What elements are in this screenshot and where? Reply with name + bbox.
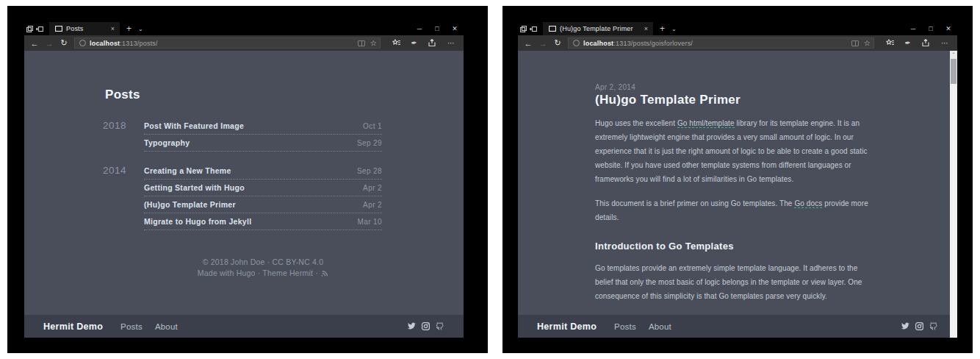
set-aside-tabs-icon[interactable] — [518, 26, 528, 32]
year-label: 2014 — [103, 163, 144, 230]
more-options-icon[interactable]: ⋯ — [941, 39, 948, 47]
page-favicon-icon — [549, 26, 556, 32]
site-brand[interactable]: Hermit Demo — [43, 321, 103, 332]
page-scrollbar[interactable]: ⌃ — [950, 51, 957, 338]
post-list-item[interactable]: TypographySep 29 — [144, 135, 382, 152]
github-icon[interactable] — [436, 322, 444, 330]
made-with-line: Made with Hugo · Theme Hermit · — [144, 268, 382, 280]
restore-tabs-icon[interactable] — [528, 26, 538, 32]
window-controls: ─ □ ✕ — [904, 25, 957, 32]
tab-preview-chevron-icon[interactable]: ⌄ — [138, 26, 143, 32]
tab-posts[interactable]: Posts × — [49, 22, 120, 35]
site-info-icon[interactable] — [573, 40, 580, 46]
close-button[interactable]: ✕ — [446, 25, 464, 32]
tab-bar: Posts × + ⌄ ─ □ ✕ — [24, 22, 464, 35]
post-list-item[interactable]: Post With Featured ImageOct 1 — [144, 118, 382, 135]
reading-view-icon[interactable] — [851, 40, 859, 46]
reading-view-icon[interactable] — [358, 40, 365, 46]
post-title: (Hu)go Template Primer — [144, 200, 236, 209]
url-path: :1313/posts/goisforlovers/ — [613, 40, 693, 47]
scrollbar-thumb[interactable] — [951, 59, 956, 84]
browser-window-posts: Posts × + ⌄ ─ □ ✕ ← → ↻ localhost :131 — [24, 22, 464, 338]
navbar-link-about[interactable]: About — [649, 322, 671, 331]
restore-tabs-icon[interactable] — [35, 26, 45, 32]
close-tab-icon[interactable]: × — [104, 25, 115, 32]
tab-bar: (Hu)go Template Primer × + ⌄ ─ □ ✕ — [518, 22, 957, 35]
post-rows: Creating a New ThemeSep 28Getting Starte… — [144, 163, 382, 230]
close-button[interactable]: ✕ — [940, 25, 957, 32]
refresh-button[interactable]: ↻ — [57, 38, 71, 48]
section-heading: Introduction to Go Templates — [595, 241, 878, 252]
favorite-star-icon[interactable]: ☆ — [370, 39, 377, 47]
post-date: Oct 1 — [363, 122, 382, 130]
copyright-line: © 2018 John Doe · CC BY-NC 4.0 — [144, 257, 382, 268]
url-input[interactable]: localhost :1313/posts/ ☆ — [74, 38, 381, 49]
back-button[interactable]: ← — [27, 39, 42, 48]
social-icons — [407, 322, 444, 330]
hub-icon[interactable] — [392, 39, 400, 48]
back-button[interactable]: ← — [521, 39, 536, 48]
scroll-up-icon[interactable]: ⌃ — [950, 51, 957, 59]
post-list-item[interactable]: Getting Started with HugoApr 2 — [144, 180, 382, 196]
site-footer: © 2018 John Doe · CC BY-NC 4.0 Made with… — [144, 257, 382, 280]
url-host: localhost — [90, 40, 120, 47]
rss-icon[interactable] — [322, 269, 328, 280]
hub-icon[interactable] — [886, 39, 894, 48]
navbar-link-posts[interactable]: Posts — [120, 322, 143, 331]
bottom-navbar: Hermit Demo PostsAbout — [518, 315, 957, 338]
post-date: Apr 2 — [363, 201, 382, 209]
tab-preview-chevron-icon[interactable]: ⌄ — [671, 26, 677, 32]
url-input[interactable]: localhost :1313/posts/goisforlovers/ ☆ — [568, 38, 874, 49]
url-host: localhost — [583, 40, 613, 47]
navbar-link-about[interactable]: About — [155, 322, 178, 331]
post-title: Creating a New Theme — [144, 166, 231, 175]
forward-button[interactable]: → — [536, 39, 550, 48]
share-icon[interactable] — [428, 39, 436, 48]
share-icon[interactable] — [922, 39, 930, 48]
article-page: Apr 2, 2014 (Hu)go Template Primer Hugo … — [518, 51, 878, 338]
refresh-button[interactable]: ↻ — [550, 38, 565, 48]
favorite-star-icon[interactable]: ☆ — [864, 39, 871, 47]
site-brand[interactable]: Hermit Demo — [537, 321, 597, 332]
close-tab-icon[interactable]: × — [637, 25, 648, 32]
posts-groups: 2018Post With Featured ImageOct 1Typogra… — [103, 118, 382, 230]
post-title: Getting Started with Hugo — [144, 183, 245, 192]
forward-button[interactable]: → — [42, 39, 57, 48]
web-notes-icon[interactable]: ✒ — [905, 39, 911, 47]
minimize-button[interactable]: ─ — [904, 25, 922, 32]
post-title: Post With Featured Image — [144, 121, 244, 130]
post-list-item[interactable]: Creating a New ThemeSep 28 — [144, 163, 382, 180]
site-info-icon[interactable] — [79, 40, 86, 46]
maximize-button[interactable]: □ — [428, 25, 446, 32]
bottom-navbar: Hermit Demo PostsAbout — [24, 315, 464, 338]
new-tab-button[interactable]: + — [126, 24, 131, 34]
post-date: Apr 2 — [363, 184, 382, 192]
web-notes-icon[interactable]: ✒ — [411, 39, 417, 47]
more-options-icon[interactable]: ⋯ — [447, 39, 455, 47]
page-content-posts: Posts 2018Post With Featured ImageOct 1T… — [24, 51, 464, 338]
instagram-icon[interactable] — [422, 322, 430, 330]
article-title: (Hu)go Template Primer — [595, 93, 878, 107]
article-paragraph: Go templates provide an extremely simple… — [595, 261, 873, 303]
article-body: Hugo uses the excellent Go html/template… — [595, 116, 878, 338]
github-icon[interactable] — [929, 322, 938, 330]
instagram-icon[interactable] — [915, 322, 923, 330]
tab-title: (Hu)go Template Primer — [560, 25, 633, 32]
post-list-item[interactable]: (Hu)go Template PrimerApr 2 — [144, 196, 382, 213]
right-screenshot-backdrop: (Hu)go Template Primer × + ⌄ ─ □ ✕ ← → ↻… — [502, 6, 973, 353]
navbar-links: PostsAbout — [120, 322, 178, 331]
new-tab-button[interactable]: + — [660, 24, 665, 34]
navbar-link-posts[interactable]: Posts — [614, 322, 636, 331]
post-list-item[interactable]: Migrate to Hugo from JekyllMar 10 — [144, 213, 382, 230]
twitter-icon[interactable] — [407, 322, 416, 330]
maximize-button[interactable]: □ — [922, 25, 940, 32]
post-year-group: 2018Post With Featured ImageOct 1Typogra… — [103, 118, 382, 152]
minimize-button[interactable]: ─ — [411, 25, 428, 32]
inline-link[interactable]: Go html/template — [677, 119, 735, 128]
inline-link[interactable]: Go docs — [794, 199, 822, 208]
page-title: Posts — [105, 88, 382, 102]
tab-article[interactable]: (Hu)go Template Primer × — [543, 22, 653, 35]
article-paragraph: This document is a brief primer on using… — [595, 196, 873, 224]
set-aside-tabs-icon[interactable] — [24, 26, 35, 32]
twitter-icon[interactable] — [901, 322, 909, 330]
